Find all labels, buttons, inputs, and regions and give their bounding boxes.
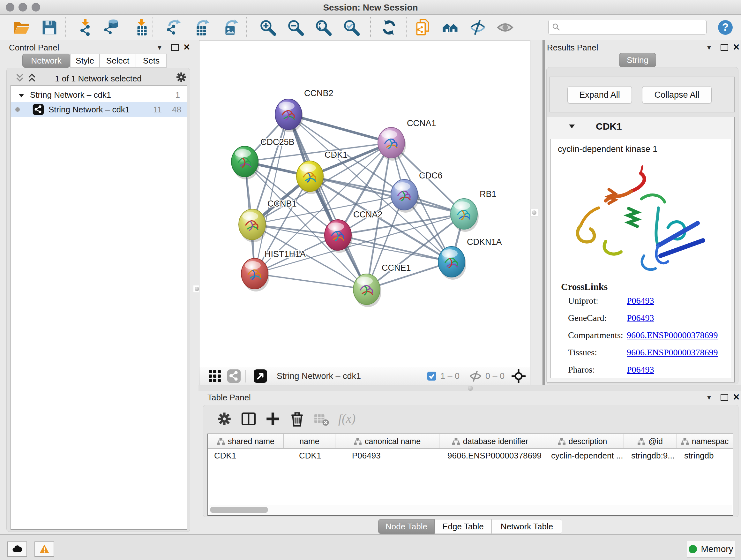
- network-options-gear-icon[interactable]: [175, 71, 187, 83]
- zoom-in-icon[interactable]: [259, 19, 276, 36]
- detach-view-icon[interactable]: [253, 369, 267, 383]
- warning-status-button[interactable]: [35, 542, 54, 557]
- import-network-database-icon[interactable]: [104, 19, 121, 36]
- edge-CCNB2-CCNE1[interactable]: [288, 114, 367, 289]
- import-network-file-icon[interactable]: [77, 19, 94, 36]
- table-cell[interactable]: P06493: [335, 449, 440, 462]
- memory-button[interactable]: Memory: [687, 541, 735, 557]
- tab-network[interactable]: Network: [22, 54, 70, 68]
- tab-sets[interactable]: Sets: [136, 54, 166, 68]
- first-neighbors-icon[interactable]: [442, 19, 459, 36]
- crosslink-value-link[interactable]: P06493: [627, 365, 654, 375]
- table-settings-gear-icon[interactable]: [216, 411, 232, 427]
- node-CDKN1A[interactable]: CDKN1ACDKN1A: [438, 237, 502, 280]
- gene-header[interactable]: CDK1: [547, 117, 734, 136]
- crosslink-row: Pharos:P06493: [551, 361, 731, 378]
- export-table-icon[interactable]: [193, 19, 211, 36]
- network-row-selected[interactable]: String Network – cdk1 11 48: [11, 102, 187, 117]
- panel-float-icon[interactable]: [171, 44, 179, 51]
- tab-string[interactable]: String: [619, 53, 656, 67]
- panel-float-icon[interactable]: [721, 44, 728, 51]
- panel-menu-icon[interactable]: ▼: [706, 394, 712, 401]
- clone-network-icon[interactable]: [414, 19, 431, 36]
- panel-menu-icon[interactable]: ▼: [156, 44, 163, 51]
- column-header-name[interactable]: name: [284, 434, 335, 448]
- scrollbar-thumb[interactable]: [210, 507, 268, 513]
- table-cell[interactable]: stringdb:9...: [624, 449, 677, 462]
- column-header--id[interactable]: @id: [624, 434, 677, 448]
- right-splitter-grip[interactable]: [530, 209, 538, 216]
- open-session-icon[interactable]: [13, 19, 30, 36]
- panel-float-icon[interactable]: [721, 394, 728, 401]
- show-all-icon[interactable]: [496, 19, 514, 36]
- crosslink-value-link[interactable]: P06493: [627, 296, 654, 306]
- hide-selection-icon[interactable]: [469, 19, 486, 36]
- delete-table-icon[interactable]: [313, 411, 329, 427]
- column-header-shared-name[interactable]: shared name: [208, 434, 284, 448]
- function-builder-icon[interactable]: f(x): [338, 411, 362, 427]
- node-HIST1H1A[interactable]: HIST1H1AHIST1H1A: [241, 249, 306, 292]
- export-network-icon[interactable]: [165, 19, 182, 36]
- view-network-icon[interactable]: [227, 369, 241, 383]
- main-toolbar: ?: [0, 15, 741, 40]
- tab-edge-table[interactable]: Edge Table: [434, 519, 491, 534]
- network-canvas[interactable]: CCNB2CCNB2CCNA1CCNA1CDC25BCDC25BCDK1CDK1…: [199, 40, 530, 367]
- cloud-status-button[interactable]: [7, 542, 27, 557]
- panel-close-icon[interactable]: ✕: [733, 44, 740, 51]
- crosslink-value-link[interactable]: P06493: [627, 313, 654, 323]
- network-graph[interactable]: CCNB2CCNB2CCNA1CCNA1CDC25BCDC25BCDK1CDK1…: [199, 41, 529, 366]
- collapse-all-button[interactable]: Collapse All: [642, 86, 712, 104]
- zoom-selected-icon[interactable]: [343, 19, 360, 36]
- table-cell[interactable]: cyclin-dependent ...: [541, 449, 624, 462]
- table-cell[interactable]: stringdb: [677, 449, 733, 462]
- view-grid-icon[interactable]: [208, 369, 222, 383]
- save-session-icon[interactable]: [41, 19, 58, 36]
- search-input[interactable]: [561, 22, 706, 32]
- column-header-description[interactable]: description: [541, 434, 624, 448]
- splitter-grip-dot[interactable]: [468, 386, 473, 391]
- tab-network-table[interactable]: Network Table: [491, 519, 562, 534]
- table-cell[interactable]: CDK1: [284, 449, 335, 462]
- zoom-out-icon[interactable]: [287, 19, 304, 36]
- svg-text:?: ?: [722, 21, 729, 33]
- node-RB1[interactable]: RB1RB1: [451, 189, 496, 232]
- crosslink-value-link[interactable]: 9606.ENSP00000378699: [627, 330, 718, 340]
- refresh-icon[interactable]: [381, 19, 398, 36]
- zoom-fit-icon[interactable]: [315, 19, 332, 36]
- panel-menu-icon[interactable]: ▼: [706, 44, 712, 51]
- selected-checkbox-icon[interactable]: [427, 371, 436, 381]
- add-column-icon[interactable]: [265, 411, 281, 427]
- fit-selected-icon[interactable]: [512, 369, 526, 383]
- gene-detail-box: cyclin-dependent kinase 1 CrossLinks: [550, 139, 731, 378]
- column-header-canonical-name[interactable]: canonical name: [335, 434, 440, 448]
- horizontal-scrollbar[interactable]: [209, 505, 732, 515]
- node-CCNB1[interactable]: CCNB1CCNB1: [239, 199, 297, 242]
- hidden-eye-icon[interactable]: [469, 370, 482, 382]
- import-table-icon[interactable]: [133, 19, 150, 36]
- gene-collapse-icon[interactable]: [569, 125, 575, 128]
- collection-expand-icon[interactable]: [18, 90, 24, 100]
- panel-close-icon[interactable]: ✕: [183, 44, 191, 51]
- tab-select[interactable]: Select: [99, 54, 136, 68]
- network-collection-row[interactable]: String Network – cdk1 1: [11, 87, 187, 102]
- delete-column-icon[interactable]: [289, 411, 305, 427]
- show-columns-icon[interactable]: [241, 411, 257, 427]
- column-label: canonical name: [365, 437, 421, 446]
- network-label: String Network – cdk1: [49, 105, 130, 115]
- node-CDC25B[interactable]: CDC25BCDC25B: [231, 137, 294, 179]
- table-cell[interactable]: 9606.ENSP00000378699: [440, 449, 541, 462]
- column-header-namespac[interactable]: namespac: [677, 434, 733, 448]
- node-CCNA1[interactable]: CCNA1CCNA1: [378, 118, 436, 161]
- edge-CCNA2-CDKN1A[interactable]: [338, 235, 452, 262]
- panel-close-icon[interactable]: ✕: [733, 394, 740, 400]
- crosslink-value-link[interactable]: 9606.ENSP00000378699: [627, 348, 718, 358]
- help-icon[interactable]: ?: [718, 19, 733, 36]
- edge-HIST1H1A-CCNE1[interactable]: [255, 273, 367, 289]
- column-header-database-identifier[interactable]: database identifier: [440, 434, 541, 448]
- table-row[interactable]: CDK1CDK1P064939606.ENSP00000378699cyclin…: [208, 449, 733, 462]
- tab-node-table[interactable]: Node Table: [378, 519, 434, 534]
- tab-style[interactable]: Style: [70, 54, 99, 68]
- expand-all-button[interactable]: Expand All: [567, 86, 632, 104]
- export-image-icon[interactable]: [222, 19, 239, 36]
- table-cell[interactable]: CDK1: [208, 449, 284, 462]
